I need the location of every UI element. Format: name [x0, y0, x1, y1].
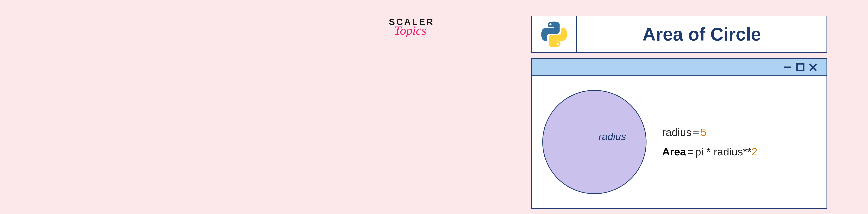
minimize-icon[interactable] [783, 63, 793, 72]
code-val-5: 5 [701, 126, 706, 138]
title-cell: Area of Circle [577, 16, 827, 52]
close-icon[interactable] [808, 63, 818, 72]
svg-rect-1 [797, 64, 804, 71]
maximize-icon[interactable] [796, 63, 805, 72]
circle-diagram: radius [542, 90, 647, 194]
code-expr-a: pi * radius** [695, 146, 751, 157]
scaler-topics-logo: SCALER Topics [389, 17, 434, 37]
code-op-assign: = [693, 126, 699, 138]
code-var-area: Area [662, 146, 686, 157]
code-line-1: radius=5 [662, 122, 757, 142]
window-titlebar [532, 59, 827, 76]
python-icon [541, 21, 567, 47]
code-val-2: 2 [751, 146, 757, 157]
code-var-radius: radius [662, 126, 691, 138]
python-icon-cell [532, 16, 577, 52]
title-text: Area of Circle [643, 24, 761, 45]
radius-label: radius [598, 131, 626, 142]
diagram-container: Area of Circle radius radiu [531, 15, 827, 209]
window-body: radius radius=5 Area=pi * radius**2 [532, 76, 827, 208]
code-line-2: Area=pi * radius**2 [662, 142, 757, 162]
title-bar: Area of Circle [531, 15, 827, 53]
code-op-assign2: = [687, 146, 694, 157]
code-window: radius radius=5 Area=pi * radius**2 [531, 58, 827, 209]
code-block: radius=5 Area=pi * radius**2 [662, 122, 757, 161]
